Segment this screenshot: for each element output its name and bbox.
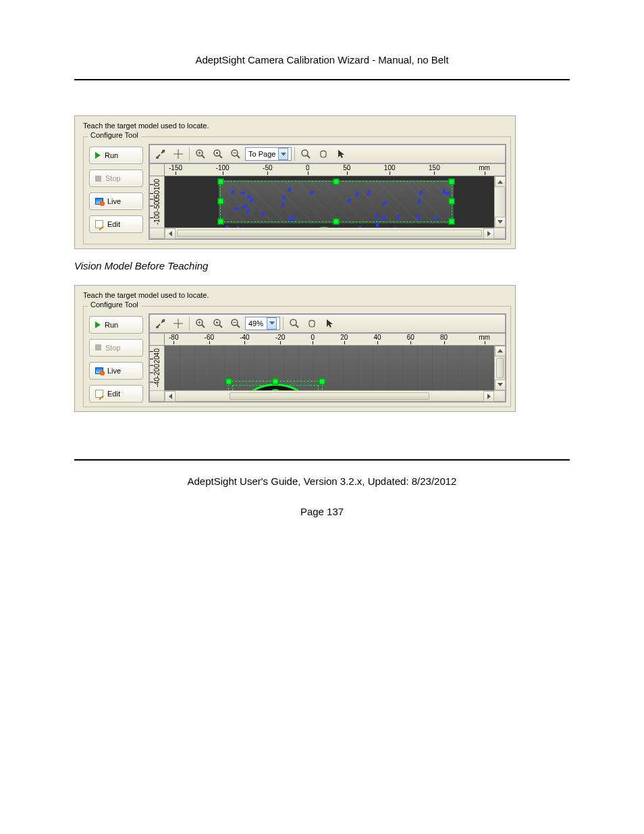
- svg-line-25: [219, 325, 222, 328]
- stop-button[interactable]: Stop: [89, 170, 143, 187]
- stop-icon: [95, 344, 101, 350]
- page-header: AdeptSight Camera Calibration Wizard - M…: [74, 54, 570, 80]
- edit-label: Edit: [107, 220, 120, 228]
- zoom-value: To Page: [248, 150, 275, 158]
- ruler-y: 100 50 0 -50 -100: [150, 176, 165, 228]
- svg-line-31: [296, 325, 298, 328]
- chevron-down-icon[interactable]: [278, 148, 288, 160]
- edit-icon: [95, 220, 103, 228]
- viewer-toolbar: 49%: [150, 315, 505, 334]
- screenshot-after-teaching: Teach the target model used to locate. C…: [74, 285, 516, 412]
- zoom-fit-icon[interactable]: [210, 147, 226, 161]
- zoom-in-icon[interactable]: [192, 147, 209, 161]
- scroll-down-icon[interactable]: [495, 380, 506, 390]
- svg-point-26: [216, 321, 218, 323]
- screenshot-before-teaching: Teach the target model used to locate. C…: [74, 115, 516, 249]
- image-viewer: To Page: [149, 144, 506, 240]
- scroll-left-icon[interactable]: [165, 228, 176, 239]
- page-footer: AdeptSight User's Guide, Version 3.2.x, …: [74, 459, 570, 517]
- svg-point-14: [302, 150, 308, 156]
- live-button[interactable]: Live: [89, 362, 143, 380]
- play-icon: [95, 321, 101, 328]
- stop-icon: [95, 176, 101, 182]
- scroll-up-icon[interactable]: [495, 346, 506, 357]
- group-label: Configure Tool: [88, 131, 141, 139]
- vertical-scrollbar[interactable]: [494, 346, 505, 390]
- scroll-up-icon[interactable]: [495, 176, 506, 187]
- run-button[interactable]: Run: [89, 147, 143, 164]
- svg-line-9: [219, 155, 222, 158]
- live-label: Live: [107, 367, 121, 375]
- zoom-combo[interactable]: 49%: [245, 317, 280, 330]
- svg-point-0: [162, 150, 165, 153]
- zoom-out-icon[interactable]: [227, 147, 244, 161]
- ruler-corner: [150, 334, 165, 346]
- horizontal-scrollbar[interactable]: [150, 390, 505, 401]
- run-button[interactable]: Run: [89, 316, 143, 334]
- zoom-in-icon[interactable]: [192, 316, 209, 331]
- stop-label: Stop: [105, 344, 121, 352]
- svg-point-16: [162, 319, 165, 322]
- crosshair-icon[interactable]: [170, 147, 186, 161]
- target-disc[interactable]: [306, 227, 342, 228]
- stop-label: Stop: [105, 174, 121, 182]
- svg-point-30: [290, 319, 296, 325]
- ruler-x: -80 -60 -40 -20 0 20 40 60 80 mm: [165, 334, 494, 346]
- svg-line-12: [237, 155, 240, 158]
- stop-button[interactable]: Stop: [89, 339, 143, 357]
- ruler-y: 40 20 0 -20 -40: [150, 346, 165, 390]
- hand-pan-icon[interactable]: [315, 147, 331, 161]
- viewer-canvas[interactable]: [165, 346, 494, 390]
- bounding-box: [232, 385, 319, 390]
- tools-icon[interactable]: [153, 316, 169, 331]
- svg-line-5: [202, 155, 205, 158]
- svg-point-10: [216, 152, 218, 154]
- live-icon: [95, 198, 103, 205]
- pointer-icon[interactable]: [321, 316, 338, 331]
- svg-line-15: [307, 155, 310, 158]
- chevron-down-icon[interactable]: [267, 317, 277, 330]
- scroll-left-icon[interactable]: [165, 391, 176, 402]
- ruler-corner: [150, 164, 165, 176]
- page-number: Page 137: [74, 506, 570, 517]
- horizontal-scrollbar[interactable]: [150, 228, 505, 238]
- live-button[interactable]: Live: [89, 192, 143, 210]
- scroll-right-icon[interactable]: [483, 391, 494, 402]
- scroll-down-icon[interactable]: [495, 217, 506, 228]
- live-icon: [95, 367, 103, 374]
- svg-line-28: [237, 325, 240, 328]
- footer-text: AdeptSight User's Guide, Version 3.2.x, …: [74, 475, 570, 487]
- run-label: Run: [105, 151, 118, 159]
- crosshair-icon[interactable]: [170, 316, 186, 331]
- ruler-x: -150 -100 -50 0 50 100 150 mm: [165, 164, 494, 176]
- zoom-value: 49%: [248, 319, 263, 328]
- edit-label: Edit: [107, 390, 120, 398]
- svg-line-21: [202, 325, 205, 328]
- instruction-text: Teach the target model used to locate.: [83, 122, 511, 130]
- magnify-icon[interactable]: [286, 316, 302, 331]
- play-icon: [95, 152, 101, 159]
- hand-pan-icon[interactable]: [304, 316, 320, 331]
- edit-button[interactable]: Edit: [89, 215, 143, 233]
- svg-rect-1: [156, 157, 159, 159]
- edit-button[interactable]: Edit: [89, 385, 143, 402]
- run-label: Run: [105, 321, 118, 329]
- configure-tool-group: Configure Tool Run Stop Live: [83, 306, 511, 407]
- configure-tool-group: Configure Tool Run Stop Live: [83, 136, 511, 244]
- vertical-scrollbar[interactable]: [494, 176, 505, 228]
- zoom-fit-icon[interactable]: [210, 316, 226, 331]
- live-label: Live: [107, 197, 121, 205]
- scroll-right-icon[interactable]: [483, 228, 494, 239]
- image-viewer: 49%: [149, 313, 506, 402]
- edit-icon: [95, 390, 103, 398]
- viewer-canvas[interactable]: [165, 176, 494, 228]
- zoom-combo[interactable]: To Page: [245, 147, 292, 161]
- magnify-icon[interactable]: [298, 147, 314, 161]
- instruction-text: Teach the target model used to locate.: [83, 291, 511, 299]
- tools-icon[interactable]: [153, 147, 169, 161]
- pointer-icon[interactable]: [333, 147, 349, 161]
- group-label: Configure Tool: [88, 301, 141, 309]
- figure-caption: Vision Model Before Teaching: [74, 260, 570, 271]
- viewer-toolbar: To Page: [150, 145, 505, 164]
- zoom-out-icon[interactable]: [227, 316, 244, 331]
